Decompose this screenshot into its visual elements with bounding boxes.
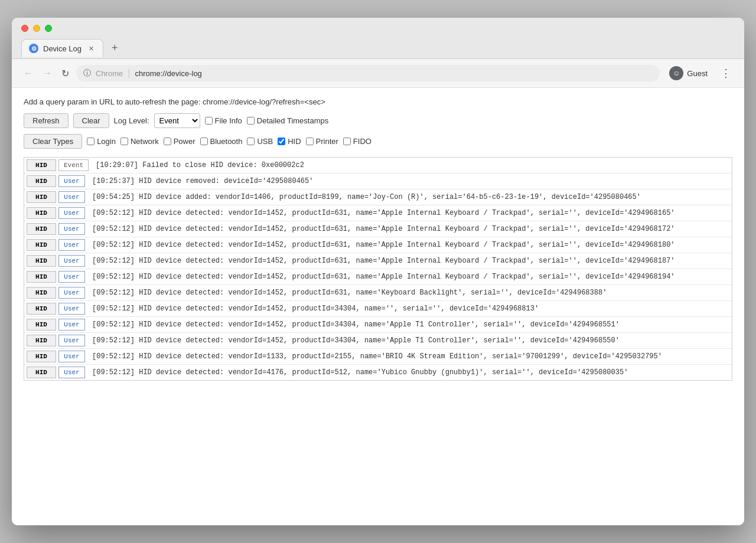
- back-button[interactable]: ←: [21, 66, 35, 81]
- table-row: HIDUser[10:25:37] HID device removed: de…: [24, 174, 732, 189]
- profile-name: Guest: [687, 69, 708, 78]
- log-level-badge[interactable]: User: [58, 223, 85, 235]
- network-label: Network: [131, 137, 159, 146]
- log-message: [09:52:12] HID device detected: vendorId…: [87, 317, 732, 332]
- login-label: Login: [97, 137, 116, 146]
- log-message: [10:25:37] HID device removed: deviceId=…: [87, 174, 732, 189]
- log-message: [09:52:12] HID device detected: vendorId…: [87, 253, 732, 269]
- fido-label: FIDO: [353, 137, 372, 146]
- address-chrome-label: Chrome: [96, 69, 123, 78]
- tab-close-button[interactable]: ✕: [86, 44, 96, 53]
- log-message: [09:52:12] HID device detected: vendorId…: [87, 301, 732, 316]
- power-checkbox[interactable]: [164, 138, 171, 145]
- tab-title: Device Log: [43, 44, 82, 53]
- log-level-badge[interactable]: User: [58, 287, 85, 299]
- printer-checkbox[interactable]: [306, 138, 314, 145]
- log-level-label: Log Level:: [114, 116, 149, 125]
- browser-window: ⚙ Device Log ✕ + ← → ↻ ⓘ Chrome | chrome…: [12, 18, 744, 525]
- log-level-badge[interactable]: User: [58, 271, 85, 283]
- log-level-badge[interactable]: User: [58, 175, 85, 187]
- table-row: HIDUser[09:52:12] HID device detected: v…: [24, 317, 732, 333]
- table-row: HIDUser[09:52:12] HID device detected: v…: [24, 221, 732, 237]
- active-tab[interactable]: ⚙ Device Log ✕: [21, 39, 103, 57]
- log-type-badge: HID: [27, 351, 56, 362]
- address-separator: |: [128, 68, 130, 78]
- printer-label: Printer: [316, 137, 338, 146]
- bluetooth-checkbox[interactable]: [200, 138, 208, 145]
- login-checkbox-label[interactable]: Login: [87, 137, 116, 146]
- nav-right: ☺ Guest ⋮: [664, 64, 735, 83]
- log-level-select[interactable]: Event Debug Info Warning Error: [154, 113, 200, 128]
- log-level-badge[interactable]: User: [58, 351, 85, 362]
- info-bar: Add a query param in URL to auto-refresh…: [24, 97, 732, 106]
- log-level-badge[interactable]: User: [58, 319, 85, 331]
- log-message: [09:54:25] HID device added: vendorId=14…: [87, 189, 732, 205]
- reload-button[interactable]: ↻: [59, 66, 71, 81]
- log-level-badge[interactable]: User: [58, 335, 85, 346]
- profile-button[interactable]: ☺ Guest: [664, 64, 712, 83]
- log-type-badge: HID: [27, 239, 56, 251]
- table-row: HIDUser[09:52:12] HID device detected: v…: [24, 349, 732, 365]
- detailed-timestamps-label[interactable]: Detailed Timestamps: [247, 116, 328, 125]
- log-message: [09:52:12] HID device detected: vendorId…: [87, 221, 732, 237]
- log-level-badge[interactable]: User: [58, 255, 85, 267]
- security-icon: ⓘ: [83, 68, 91, 78]
- log-table: HIDEvent[10:29:07] Failed to close HID d…: [24, 157, 732, 381]
- table-row: HIDUser[09:52:12] HID device detected: v…: [24, 301, 732, 317]
- log-message: [10:29:07] Failed to close HID device: 0…: [91, 158, 732, 173]
- hid-checkbox[interactable]: [278, 138, 285, 145]
- login-checkbox[interactable]: [87, 138, 94, 145]
- maximize-button[interactable]: [45, 25, 52, 32]
- nav-bar: ← → ↻ ⓘ Chrome | chrome://device-log ☺ G…: [12, 59, 744, 88]
- log-level-badge[interactable]: User: [58, 367, 85, 378]
- log-level-badge[interactable]: Event: [58, 159, 89, 171]
- log-level-badge[interactable]: User: [58, 239, 85, 251]
- log-message: [09:52:12] HID device detected: vendorId…: [87, 237, 732, 253]
- clear-types-button[interactable]: Clear Types: [24, 134, 82, 149]
- address-bar[interactable]: ⓘ Chrome | chrome://device-log: [76, 65, 660, 81]
- info-text: Add a query param in URL to auto-refresh…: [24, 97, 325, 106]
- network-checkbox-label[interactable]: Network: [120, 137, 159, 146]
- table-row: HIDUser[09:52:12] HID device detected: v…: [24, 365, 732, 380]
- hid-checkbox-label[interactable]: HID: [278, 137, 301, 146]
- detailed-timestamps-text: Detailed Timestamps: [257, 116, 328, 125]
- fido-checkbox-label[interactable]: FIDO: [343, 137, 372, 146]
- address-url: chrome://device-log: [135, 69, 201, 78]
- forward-button[interactable]: →: [40, 66, 54, 81]
- tab-bar: ⚙ Device Log ✕ +: [21, 38, 735, 58]
- log-type-badge: HID: [27, 271, 56, 283]
- log-message: [09:52:12] HID device detected: vendorId…: [87, 285, 732, 300]
- printer-checkbox-label[interactable]: Printer: [306, 137, 338, 146]
- fido-checkbox[interactable]: [343, 138, 351, 145]
- log-message: [09:52:12] HID device detected: vendorId…: [87, 269, 732, 284]
- log-type-badge: HID: [27, 191, 56, 203]
- table-row: HIDUser[09:54:25] HID device added: vend…: [24, 189, 732, 205]
- chrome-menu-button[interactable]: ⋮: [717, 64, 735, 82]
- file-info-text: File Info: [215, 116, 242, 125]
- file-info-checkbox[interactable]: [205, 117, 213, 125]
- detailed-timestamps-checkbox[interactable]: [247, 117, 255, 125]
- table-row: HIDUser[09:52:12] HID device detected: v…: [24, 253, 732, 269]
- usb-checkbox-label[interactable]: USB: [247, 137, 273, 146]
- usb-checkbox[interactable]: [247, 138, 255, 145]
- refresh-button[interactable]: Refresh: [24, 113, 69, 128]
- close-button[interactable]: [21, 25, 28, 32]
- file-info-label[interactable]: File Info: [205, 116, 242, 125]
- table-row: HIDUser[09:52:12] HID device detected: v…: [24, 333, 732, 349]
- table-row: HIDUser[09:52:12] HID device detected: v…: [24, 205, 732, 221]
- log-level-badge[interactable]: User: [58, 191, 85, 203]
- controls-row: Refresh Clear Log Level: Event Debug Inf…: [24, 113, 732, 128]
- log-level-badge[interactable]: User: [58, 207, 85, 219]
- clear-button[interactable]: Clear: [73, 113, 109, 128]
- log-level-badge[interactable]: User: [58, 303, 85, 315]
- table-row: HIDUser[09:52:12] HID device detected: v…: [24, 237, 732, 253]
- network-checkbox[interactable]: [120, 138, 128, 145]
- power-checkbox-label[interactable]: Power: [164, 137, 195, 146]
- table-row: HIDUser[09:52:12] HID device detected: v…: [24, 269, 732, 285]
- new-tab-button[interactable]: +: [106, 38, 124, 58]
- bluetooth-checkbox-label[interactable]: Bluetooth: [200, 137, 243, 146]
- log-type-badge: HID: [27, 223, 56, 235]
- bluetooth-label: Bluetooth: [210, 137, 243, 146]
- table-row: HIDUser[09:52:12] HID device detected: v…: [24, 285, 732, 301]
- minimize-button[interactable]: [33, 25, 40, 32]
